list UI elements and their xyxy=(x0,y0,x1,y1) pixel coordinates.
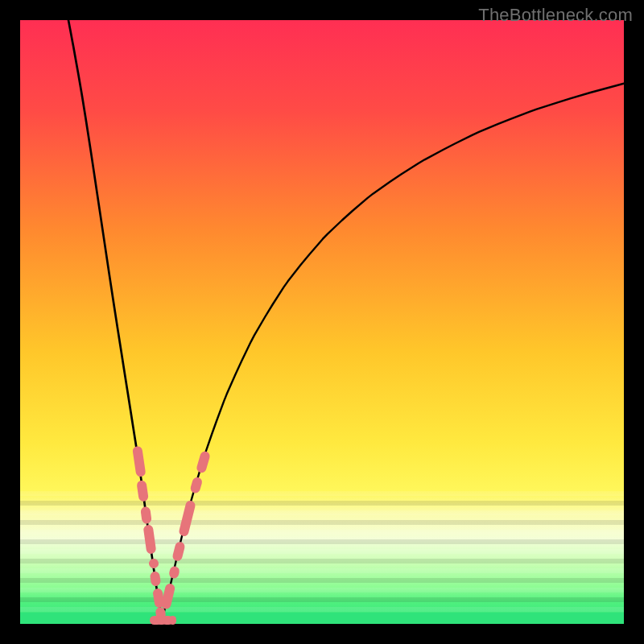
plot-area xyxy=(20,20,624,624)
watermark-label: TheBottleneck.com xyxy=(478,5,633,26)
bottleneck-curve xyxy=(20,20,624,624)
chart-frame: TheBottleneck.com xyxy=(0,0,644,644)
